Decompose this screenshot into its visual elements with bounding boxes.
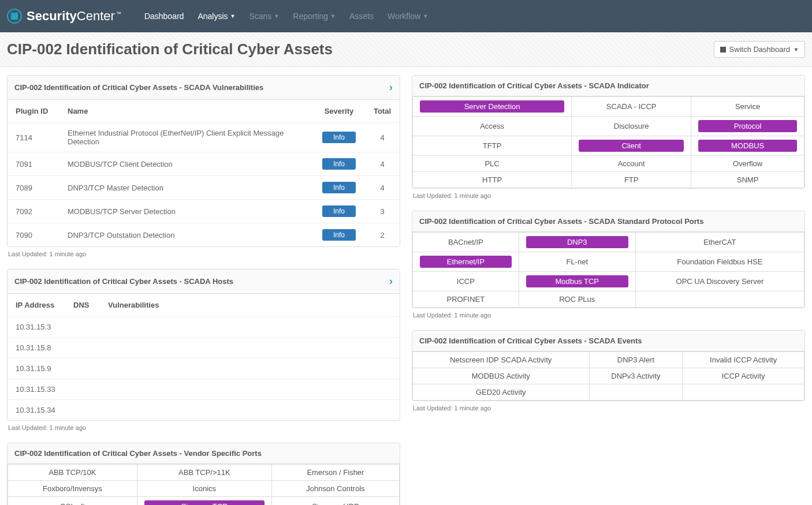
logo-icon [7,9,22,24]
col-vuln[interactable]: Vulnerabilities [100,294,400,316]
matrix-cell[interactable]: Account [572,156,691,172]
scada-indicator-section: CIP-002 Identification of Critical Cyber… [412,75,805,200]
matrix-cell[interactable]: OSIsoft [8,497,137,506]
panel-header: CIP-002 Identification of Critical Cyber… [412,76,804,96]
matrix-cell[interactable]: ICCP [413,272,519,291]
nav-dashboard[interactable]: Dashboard [144,12,184,21]
right-column: CIP-002 Identification of Critical Cyber… [412,75,805,413]
table-row[interactable]: 7114 Ethernet Industrial Protocol (Ether… [8,123,400,152]
matrix-cell[interactable]: SNMP [691,172,804,188]
hosts-scroll[interactable]: 10.31.15.310.31.15.810.31.15.910.31.15.3… [8,316,400,420]
nav-workflow[interactable]: Workflow▼ [388,12,428,21]
matrix-cell[interactable]: Iconics [137,481,271,497]
nav-reporting[interactable]: Reporting▼ [293,12,336,21]
matrix-cell[interactable]: Modbus TCP [519,272,635,291]
table-row[interactable]: 10.31.15.9 [8,358,400,379]
matrix-cell[interactable]: GED20 Activity [413,384,590,401]
logo[interactable]: SecurityCenter™ [7,9,121,24]
matrix-cell[interactable]: DNP3 Alert [589,352,683,368]
col-severity[interactable]: Severity [313,100,365,123]
severity-badge[interactable]: Info [322,205,356,217]
matrix-cell[interactable]: Johnson Controls [271,481,399,497]
chevron-right-icon[interactable]: › [389,275,393,287]
severity-badge[interactable]: Info [322,158,356,170]
matrix-cell[interactable]: HTTP [413,172,572,188]
table-row[interactable]: 7092 MODBUS/TCP Server Detection Info 3 [8,200,400,223]
cell-plugin: 7092 [8,200,59,223]
matrix-cell[interactable]: ABB TCP/10K [8,465,137,481]
matrix-cell[interactable]: ROC PLus [519,291,635,308]
table-row[interactable]: 7089 DNP3/TCP Master Detection Info 4 [8,176,400,200]
matrix-cell[interactable]: Access [413,117,572,136]
matrix-cell[interactable]: PLC [413,156,572,172]
caret-down-icon: ▼ [330,13,336,19]
matrix-cell[interactable]: ICCP Activity [683,368,804,384]
scada-vuln-section: CIP-002 Identification of Critical Cyber… [7,75,400,259]
cell-total: 4 [365,176,400,200]
col-ip[interactable]: IP Address [8,294,65,316]
nav-scans[interactable]: Scans▼ [249,12,279,21]
matrix-cell[interactable]: MODBUS [691,136,804,156]
matrix-cell[interactable]: EtherCAT [635,233,804,252]
matrix-cell[interactable]: Server Detection [413,97,572,117]
matrix-cell[interactable]: SCADA - ICCP [572,97,691,117]
table-row[interactable]: 10.31.15.8 [8,338,400,358]
matrix-cell[interactable]: Ethernet/IP [413,252,519,272]
last-updated: Last Updated: 1 minute ago [7,421,400,432]
table-row[interactable]: 10.31.15.3 [8,317,400,338]
vuln-table: Plugin ID Name Severity Total 7114 Ether… [8,100,400,246]
matrix-cell[interactable]: Foxboro/Invensys [8,481,137,497]
severity-badge[interactable]: Info [322,182,356,193]
last-updated: Last Updated: 1 minute ago [412,401,805,413]
col-plugin[interactable]: Plugin ID [8,100,59,123]
matrix-cell [683,384,804,401]
matrix-cell[interactable]: Overflow [691,156,804,172]
table-row[interactable]: 10.31.15.34 [8,400,400,421]
panel-title: CIP-002 Identification of Critical Cyber… [419,336,642,345]
hosts-header-table: IP Address DNS Vulnerabilities [8,294,400,316]
cell-plugin: 7114 [8,123,59,152]
matrix-cell[interactable]: Siemens UDP [271,497,399,506]
matrix-cell[interactable]: Foundation Fieldbus HSE [635,252,804,272]
matrix-cell[interactable]: Disclosure [572,117,691,136]
col-name[interactable]: Name [59,100,313,123]
matrix-cell[interactable]: DNP3 [519,233,635,252]
matrix-cell[interactable]: Netscreen IDP SCADA Activity [413,352,590,368]
matrix-cell[interactable]: DNPv3 Activity [589,368,683,384]
col-dns[interactable]: DNS [65,294,100,316]
col-total[interactable]: Total [365,100,400,123]
matrix-cell[interactable]: Emerson / Fisher [271,465,399,481]
matrix-cell[interactable]: Service [691,97,804,117]
cell-plugin: 7090 [8,223,59,247]
matrix-cell[interactable]: BACnet/IP [413,233,519,252]
matrix-cell[interactable]: Protocol [691,117,804,136]
chevron-right-icon[interactable]: › [389,81,393,93]
matrix-cell[interactable]: MODBUS Activity [413,368,590,384]
matrix-cell [635,291,804,308]
switch-dashboard-button[interactable]: Switch Dashboard ▼ [714,41,805,58]
table-row[interactable]: 7090 DNP3/TCP Outstation Detection Info … [8,223,400,247]
logo-text: SecurityCenter™ [27,9,121,24]
nav-assets[interactable]: Assets [349,12,374,21]
severity-badge[interactable]: Info [322,132,356,143]
matrix-cell[interactable]: ABB TCP/>11K [137,465,271,481]
matrix-cell[interactable]: OPC UA Discovery Server [635,272,804,291]
table-row[interactable]: 10.31.15.33 [8,379,400,400]
matrix-cell[interactable]: Client [572,136,691,156]
panel-title: CIP-002 Identification of Critical Cyber… [14,277,233,286]
nav-analysis[interactable]: Analysis▼ [198,12,235,21]
matrix-cell[interactable]: Siemens TCP [137,497,271,506]
matrix-cell[interactable]: FL-net [519,252,635,272]
caret-down-icon: ▼ [794,47,799,53]
cell-total: 4 [365,123,400,152]
matrix-cell[interactable]: PROFINET [413,291,519,308]
events-matrix: Netscreen IDP SCADA ActivityDNP3 AlertIn… [412,351,804,401]
matrix-cell[interactable]: FTP [572,172,691,188]
matrix-cell[interactable]: Invalid ICCP Activity [683,352,804,368]
page-header: CIP-002 Identification of Critical Cyber… [0,32,812,67]
severity-badge[interactable]: Info [322,229,356,241]
scada-indicator-panel: CIP-002 Identification of Critical Cyber… [412,75,805,189]
dashboard-columns: CIP-002 Identification of Critical Cyber… [0,67,812,505]
matrix-cell[interactable]: TFTP [413,136,572,156]
table-row[interactable]: 7091 MODBUS/TCP Client Detection Info 4 [8,152,400,176]
